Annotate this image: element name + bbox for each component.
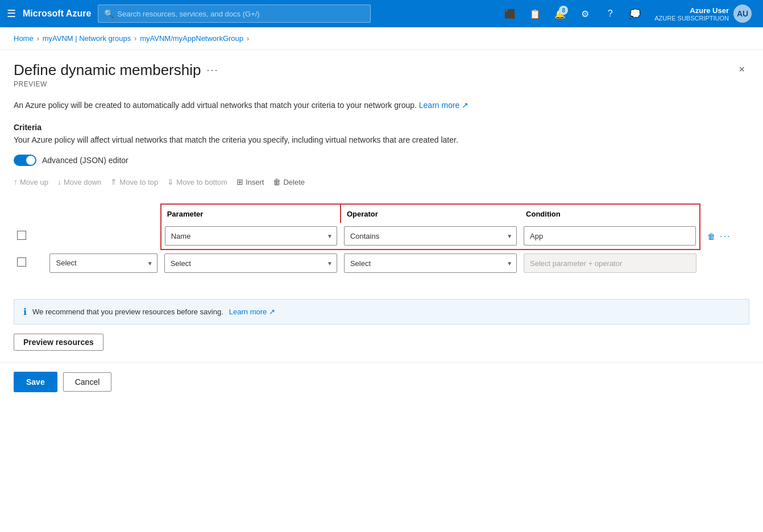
info-banner: ℹ We recommend that you preview resource…	[14, 299, 749, 325]
move-to-top-icon: ⇑	[110, 177, 117, 186]
toggle-label: Advanced (JSON) editor	[42, 156, 128, 165]
move-down-button[interactable]: ↓ Move down	[57, 177, 101, 186]
search-bar[interactable]: 🔍	[98, 5, 371, 23]
brand-logo: Microsoft Azure	[23, 9, 91, 19]
row1-param-select[interactable]: Name Tag Location Resource Group	[165, 226, 337, 246]
toolbar: ↑ Move up ↓ Move down ⇑ Move to top ⇓ Mo…	[14, 177, 749, 192]
criteria-description: Your Azure policy will affect virtual ne…	[14, 135, 749, 144]
row2-param-select[interactable]: Select Name Tag Location Resource Group	[164, 253, 337, 273]
row1-actions: 🗑 ···	[704, 231, 746, 242]
user-name: Azure User	[654, 6, 729, 15]
move-up-button[interactable]: ↑ Move up	[14, 177, 48, 186]
breadcrumb-network-group[interactable]: myAVNM/myAppNetworkGroup	[140, 34, 243, 43]
save-button[interactable]: Save	[14, 372, 57, 392]
help-icon[interactable]: ?	[600, 3, 620, 24]
insert-icon: ⊞	[237, 177, 243, 186]
chat-icon[interactable]: 💭	[625, 3, 645, 24]
learn-more-link[interactable]: Learn more ↗	[419, 101, 468, 110]
row2-checkbox[interactable]	[17, 257, 26, 267]
move-to-bottom-icon: ⇓	[167, 177, 174, 186]
row2-andor-select[interactable]: Select And Or	[49, 253, 157, 273]
feedback-icon[interactable]: 📋	[525, 3, 545, 24]
page-subtitle: PREVIEW	[14, 80, 218, 88]
info-banner-icon: ℹ	[23, 306, 27, 317]
row1-more-button[interactable]: ···	[720, 231, 731, 242]
row1-operator-dropdown[interactable]: Contains Equals NotContains NotEquals ▼	[344, 226, 517, 246]
row2-param-dropdown[interactable]: Select Name Tag Location Resource Group …	[164, 253, 337, 273]
cloud-shell-icon[interactable]: ⬛	[500, 3, 520, 24]
row2-andor-dropdown[interactable]: Select And Or ▼	[49, 253, 157, 273]
title-more-options[interactable]: ···	[206, 64, 218, 76]
row2-operator-select[interactable]: Select Contains Equals NotContains NotEq…	[344, 253, 517, 273]
page-title: Define dynamic membership ···	[14, 61, 218, 79]
row1-condition-input[interactable]	[524, 226, 696, 246]
search-icon: 🔍	[104, 9, 114, 18]
row1-delete-button[interactable]: 🗑	[707, 232, 715, 241]
breadcrumb-network-groups[interactable]: myAVNM | Network groups	[43, 34, 131, 43]
close-button[interactable]: ×	[734, 61, 749, 78]
criteria-table: Parameter Operator Condition	[14, 203, 749, 276]
info-banner-text: We recommend that you preview resources …	[32, 307, 223, 316]
delete-icon: 🗑	[273, 177, 281, 186]
info-banner-learn-more[interactable]: Learn more ↗	[229, 307, 275, 316]
param-header: Parameter	[167, 210, 204, 218]
notification-badge: 8	[559, 6, 568, 15]
move-to-bottom-button[interactable]: ⇓ Move to bottom	[167, 177, 227, 186]
search-input[interactable]	[117, 10, 364, 18]
table-row: Name Tag Location Resource Group ▼	[14, 223, 749, 250]
condition-header: Condition	[526, 210, 561, 218]
move-to-top-button[interactable]: ⇑ Move to top	[110, 177, 158, 186]
table-header-row: Parameter Operator Condition	[14, 204, 749, 223]
row1-operator-select[interactable]: Contains Equals NotContains NotEquals	[344, 226, 517, 246]
body-content: An Azure policy will be created to autom…	[0, 94, 763, 362]
breadcrumb-sep-2: ›	[134, 35, 136, 43]
main-content: Home › myAVNM | Network groups › myAVNM/…	[0, 27, 763, 532]
user-subscription: AZURE SUBSCRIPTIUON	[654, 15, 729, 22]
cancel-button[interactable]: Cancel	[63, 372, 112, 392]
row1-checkbox[interactable]	[17, 231, 26, 240]
preview-resources-button[interactable]: Preview resources	[14, 334, 103, 351]
criteria-title: Criteria	[14, 123, 749, 132]
row2-condition-placeholder: Select parameter + operator	[524, 253, 696, 273]
nav-icons: ⬛ 📋 🔔 8 ⚙ ? 💭 Azure User AZURE SUBSCRIPT…	[500, 3, 756, 24]
breadcrumb: Home › myAVNM | Network groups › myAVNM/…	[0, 27, 763, 50]
toggle-row: Advanced (JSON) editor	[14, 155, 749, 166]
row2-operator-dropdown[interactable]: Select Contains Equals NotContains NotEq…	[344, 253, 517, 273]
move-up-icon: ↑	[14, 177, 18, 186]
hamburger-icon[interactable]: ☰	[7, 7, 16, 20]
json-editor-toggle[interactable]	[14, 155, 36, 166]
breadcrumb-sep-1: ›	[37, 35, 39, 43]
table-row: Select And Or ▼ Select	[14, 250, 749, 276]
breadcrumb-sep-3: ›	[247, 35, 249, 43]
avatar: AU	[733, 5, 752, 23]
top-navigation: ☰ Microsoft Azure 🔍 ⬛ 📋 🔔 8 ⚙ ? 💭 Azure …	[0, 0, 763, 27]
notifications-icon[interactable]: 🔔 8	[550, 3, 570, 24]
footer: Save Cancel	[0, 362, 763, 401]
info-message: An Azure policy will be created to autom…	[14, 99, 749, 111]
breadcrumb-home[interactable]: Home	[14, 34, 34, 43]
insert-button[interactable]: ⊞ Insert	[237, 177, 264, 186]
user-menu[interactable]: Azure User AZURE SUBSCRIPTIUON AU	[650, 5, 756, 23]
delete-button[interactable]: 🗑 Delete	[273, 177, 305, 186]
operator-header: Operator	[347, 210, 378, 218]
move-down-icon: ↓	[57, 177, 61, 186]
page-header: Define dynamic membership ··· PREVIEW ×	[0, 50, 763, 94]
settings-icon[interactable]: ⚙	[575, 3, 595, 24]
row1-param-dropdown[interactable]: Name Tag Location Resource Group ▼	[165, 226, 337, 246]
